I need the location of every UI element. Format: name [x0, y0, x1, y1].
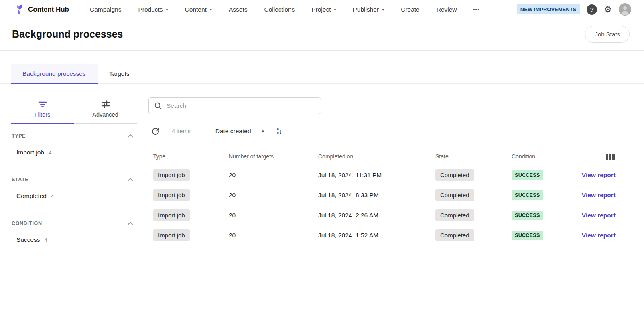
help-icon[interactable]: ? [587, 4, 597, 15]
type-chip: Import job [153, 229, 190, 241]
filter-item-import-job[interactable]: Import job 4 [12, 139, 135, 167]
sliders-icon [101, 100, 110, 109]
filter-section-condition: CONDITION Success 4 [11, 211, 137, 254]
view-report-link[interactable]: View report [582, 232, 622, 239]
chevron-down-icon: ▾ [334, 7, 336, 12]
type-chip: Import job [153, 209, 190, 221]
type-chip: Import job [153, 189, 190, 201]
nav-item-create[interactable]: Create [401, 6, 420, 13]
table-header: Type Number of targets Completed on Stat… [148, 148, 622, 165]
section-title: STATE [12, 177, 28, 182]
targets-count: 20 [229, 232, 318, 239]
completed-on: Jul 18, 2024, 8:33 PM [318, 192, 435, 199]
filter-count: 4 [45, 237, 48, 243]
sort-by-dropdown[interactable]: Date created ▾ [215, 128, 264, 135]
sort-order-descending-icon[interactable]: 90 ↓ [277, 128, 282, 135]
search-icon [154, 102, 162, 110]
completed-on: Jul 18, 2024, 2:26 AM [318, 212, 435, 219]
col-completed-on: Completed on [318, 153, 435, 160]
brand-name: Content Hub [28, 6, 69, 14]
chevron-down-icon: ▾ [166, 7, 168, 12]
filter-count: 4 [49, 150, 52, 156]
filter-section-state: STATE Completed 4 [11, 167, 137, 211]
type-chip: Import job [153, 169, 190, 181]
view-report-link[interactable]: View report [582, 192, 622, 199]
chevron-down-icon: ▾ [210, 7, 212, 12]
state-chip: Completed [435, 169, 474, 181]
content-hub-logo-icon [14, 4, 24, 15]
list-toolbar: 4 items Date created ▾ 90 ↓ [148, 124, 622, 138]
condition-badge: SUCCESS [512, 190, 543, 200]
main-panel: 4 items Date created ▾ 90 ↓ Type Number … [148, 97, 622, 245]
filters-sidebar: Filters Advanced TYPE Import [11, 97, 137, 254]
nav-item-collections[interactable]: Collections [264, 6, 295, 13]
condition-badge: SUCCESS [512, 231, 543, 240]
tab-filters[interactable]: Filters [11, 97, 74, 124]
section-title: CONDITION [12, 221, 42, 226]
state-chip: Completed [435, 229, 474, 241]
refresh-icon[interactable] [151, 127, 160, 136]
chevron-down-icon: ▾ [382, 7, 384, 12]
table-row: Import job 20 Jul 18, 2024, 11:31 PM Com… [148, 165, 622, 185]
filter-count: 4 [51, 193, 54, 199]
nav-item-campaigns[interactable]: Campaigns [90, 6, 121, 13]
completed-on: Jul 18, 2024, 11:31 PM [318, 172, 435, 179]
col-condition: Condition [512, 153, 578, 160]
condition-badge: SUCCESS [512, 211, 543, 220]
nav-more-button[interactable]: ••• [473, 6, 480, 13]
targets-count: 20 [229, 212, 318, 219]
view-report-link[interactable]: View report [582, 172, 622, 179]
filter-item-success[interactable]: Success 4 [12, 226, 135, 254]
view-report-link[interactable]: View report [582, 212, 622, 219]
completed-on: Jul 18, 2024, 1:52 AM [318, 232, 435, 239]
table-row: Import job 20 Jul 18, 2024, 8:33 PM Comp… [148, 185, 622, 205]
background-processes-table: Type Number of targets Completed on Stat… [148, 148, 622, 245]
nav-item-content[interactable]: Content▾ [185, 6, 212, 13]
page-header: Background processes Job Stats [0, 19, 644, 51]
search-input[interactable] [167, 102, 315, 109]
content-area: Filters Advanced TYPE Import [0, 84, 644, 254]
col-type: Type [153, 153, 229, 160]
chevron-up-icon[interactable] [127, 178, 134, 182]
tab-targets[interactable]: Targets [98, 64, 141, 84]
filter-funnel-icon [38, 100, 47, 109]
filter-section-type: TYPE Import job 4 [11, 124, 137, 167]
job-stats-button[interactable]: Job Stats [585, 26, 630, 43]
table-row: Import job 20 Jul 18, 2024, 2:26 AM Comp… [148, 205, 622, 225]
chevron-up-icon[interactable] [127, 221, 134, 225]
chevron-up-icon[interactable] [127, 134, 134, 138]
col-state: State [435, 153, 512, 160]
filter-tabs: Filters Advanced [11, 97, 137, 124]
tab-advanced[interactable]: Advanced [74, 97, 137, 124]
items-count: 4 items [172, 128, 191, 134]
new-improvements-badge[interactable]: NEW IMPROVEMENTS [517, 4, 580, 14]
top-navigation: Content Hub Campaigns Products▾ Content▾… [0, 0, 644, 19]
nav-item-review[interactable]: Review [437, 6, 457, 13]
filter-item-completed[interactable]: Completed 4 [12, 182, 135, 211]
section-title: TYPE [12, 133, 26, 139]
state-chip: Completed [435, 209, 474, 221]
chevron-down-icon: ▾ [262, 129, 264, 134]
avatar[interactable] [619, 3, 631, 16]
nav-right-cluster: NEW IMPROVEMENTS ? ⚙ [517, 3, 631, 16]
nav-item-project[interactable]: Project▾ [311, 6, 336, 13]
nav-item-publisher[interactable]: Publisher▾ [353, 6, 384, 13]
state-chip: Completed [435, 189, 474, 201]
search-box [148, 97, 321, 114]
gear-icon[interactable]: ⚙ [604, 5, 612, 14]
targets-count: 20 [229, 192, 318, 199]
main-nav: Campaigns Products▾ Content▾ Assets Coll… [90, 6, 457, 13]
condition-badge: SUCCESS [512, 170, 543, 180]
column-picker-icon[interactable] [606, 154, 615, 160]
page-title: Background processes [12, 28, 123, 40]
col-number-of-targets: Number of targets [229, 153, 318, 160]
tab-background-processes[interactable]: Background processes [11, 64, 98, 84]
targets-count: 20 [229, 172, 318, 179]
brand[interactable]: Content Hub [14, 4, 69, 15]
table-row: Import job 20 Jul 18, 2024, 1:52 AM Comp… [148, 225, 622, 245]
nav-item-products[interactable]: Products▾ [138, 6, 168, 13]
nav-item-assets[interactable]: Assets [229, 6, 248, 13]
page-tabs: Background processes Targets [0, 64, 644, 84]
